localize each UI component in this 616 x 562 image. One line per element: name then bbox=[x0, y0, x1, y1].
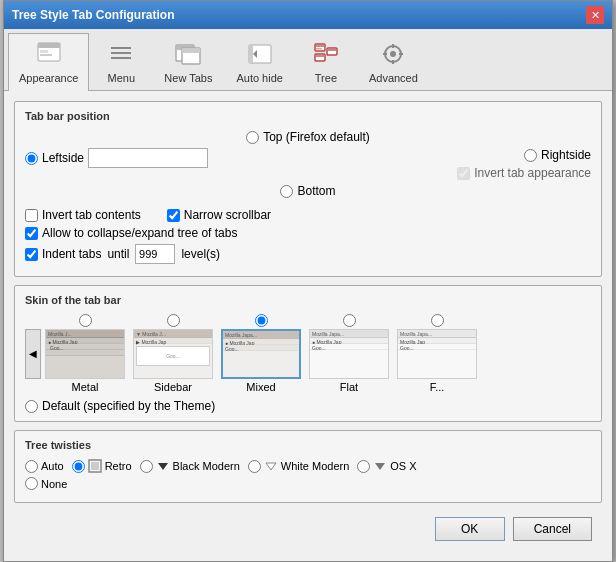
twisty-none-radio[interactable] bbox=[25, 477, 38, 490]
narrow-scrollbar-text: Narrow scrollbar bbox=[184, 208, 271, 222]
skin-f-radio[interactable] bbox=[431, 314, 444, 327]
skin-mixed-thumb: Mozilla Japa... ● Mozilla Jap Goo... bbox=[221, 329, 301, 379]
twisty-white-modern-radio[interactable] bbox=[248, 460, 261, 473]
content-area: Tab bar position Top (Firefox default) L… bbox=[4, 91, 612, 561]
svg-rect-26 bbox=[383, 53, 387, 55]
left-position-col: Leftside bbox=[25, 148, 208, 168]
appearance-icon bbox=[33, 38, 65, 70]
tab-advanced-label: Advanced bbox=[369, 72, 418, 84]
twisty-auto-radio[interactable] bbox=[25, 460, 38, 473]
rightside-radio[interactable] bbox=[524, 149, 537, 162]
skin-mixed-radio[interactable] bbox=[255, 314, 268, 327]
twisties-row2: None bbox=[25, 477, 591, 490]
rightside-radio-text: Rightside bbox=[541, 148, 591, 162]
skin-items-list: Mozilla J... ● Mozilla Jap Goo... Metal bbox=[45, 314, 591, 393]
twisties-row1: Auto Retro Black Modern White Modern bbox=[25, 459, 591, 473]
top-radio[interactable] bbox=[246, 131, 259, 144]
skin-item-metal: Mozilla J... ● Mozilla Jap Goo... Metal bbox=[45, 314, 125, 393]
svg-rect-6 bbox=[111, 57, 131, 59]
skin-flat-radio[interactable] bbox=[343, 314, 356, 327]
tab-bar-position-section: Tab bar position Top (Firefox default) L… bbox=[14, 101, 602, 277]
twisties-section: Tree twisties Auto Retro Black Modern bbox=[14, 430, 602, 503]
leftside-radio[interactable] bbox=[25, 152, 38, 165]
dialog-title: Tree Style Tab Configuration bbox=[12, 8, 174, 22]
level-text: level(s) bbox=[181, 247, 220, 261]
skin-flat-thumb: Mozilla Japa... ● Mozilla Jap Goo... bbox=[309, 329, 389, 379]
tab-advanced[interactable]: Advanced bbox=[358, 33, 429, 90]
twisty-black-modern-radio[interactable] bbox=[140, 460, 153, 473]
indent-tabs-label: Indent tabs bbox=[25, 247, 101, 261]
advanced-icon bbox=[377, 38, 409, 70]
invert-tab-contents-text: Invert tab contents bbox=[42, 208, 141, 222]
twisty-retro-text: Retro bbox=[105, 460, 132, 472]
leftside-radio-label: Leftside bbox=[25, 148, 208, 168]
tab-new-tabs-label: New Tabs bbox=[164, 72, 212, 84]
invert-tab-appearance-checkbox[interactable] bbox=[457, 167, 470, 180]
bottom-radio[interactable] bbox=[280, 185, 293, 198]
svg-rect-27 bbox=[399, 53, 403, 55]
dialog: Tree Style Tab Configuration ✕ Appearanc… bbox=[3, 0, 613, 562]
twisty-none-text: None bbox=[41, 478, 67, 490]
narrow-scrollbar-checkbox[interactable] bbox=[167, 209, 180, 222]
bottom-position-row: Bottom bbox=[25, 184, 591, 198]
skin-metal-radio[interactable] bbox=[79, 314, 92, 327]
allow-collapse-label: Allow to collapse/expand tree of tabs bbox=[25, 226, 237, 240]
tab-auto-hide[interactable]: Auto hide bbox=[225, 33, 293, 90]
svg-rect-29 bbox=[91, 462, 99, 470]
svg-rect-16 bbox=[316, 48, 322, 50]
skin-item-sidebar: ▼ Mozilla J... ▶ Mozilla Jap Goo... Side… bbox=[133, 314, 213, 393]
tabs-bar: Appearance Menu New Tabs bbox=[4, 29, 612, 91]
skin-f-radio-row bbox=[431, 314, 444, 327]
invert-tab-appearance-label: Invert tab appearance bbox=[457, 166, 591, 180]
allow-collapse-checkbox[interactable] bbox=[25, 227, 38, 240]
indent-value-input[interactable] bbox=[135, 244, 175, 264]
skin-metal-label: Metal bbox=[72, 381, 99, 393]
svg-rect-20 bbox=[328, 49, 336, 51]
tab-new-tabs[interactable]: New Tabs bbox=[153, 33, 223, 90]
ok-button[interactable]: OK bbox=[435, 517, 505, 541]
twisty-black-modern-label: Black Modern bbox=[140, 459, 240, 473]
skin-f-thumb: Mozilla Japa... Mozilla Jap Goo... bbox=[397, 329, 477, 379]
bottom-radio-text: Bottom bbox=[297, 184, 335, 198]
narrow-scrollbar-label: Narrow scrollbar bbox=[167, 208, 271, 222]
leftside-input[interactable] bbox=[88, 148, 208, 168]
twisty-white-modern-text: White Modern bbox=[281, 460, 349, 472]
skin-sidebar-label: Sidebar bbox=[154, 381, 192, 393]
invert-tab-contents-label: Invert tab contents bbox=[25, 208, 141, 222]
cancel-button[interactable]: Cancel bbox=[513, 517, 592, 541]
default-theme-label: Default (specified by the Theme) bbox=[25, 399, 591, 413]
twisties-title: Tree twisties bbox=[25, 439, 591, 451]
close-button[interactable]: ✕ bbox=[586, 6, 604, 24]
new-tabs-icon bbox=[172, 38, 204, 70]
tab-menu[interactable]: Menu bbox=[91, 33, 151, 90]
osx-icon bbox=[373, 459, 387, 473]
svg-rect-4 bbox=[111, 47, 131, 49]
title-bar: Tree Style Tab Configuration ✕ bbox=[4, 1, 612, 29]
twisty-none-label: None bbox=[25, 477, 67, 490]
tab-tree[interactable]: Tree bbox=[296, 33, 356, 90]
twisty-osx-radio[interactable] bbox=[357, 460, 370, 473]
bottom-buttons: OK Cancel bbox=[14, 511, 602, 551]
tab-tree-label: Tree bbox=[315, 72, 337, 84]
twisty-retro-radio[interactable] bbox=[72, 460, 85, 473]
svg-rect-15 bbox=[316, 45, 324, 47]
default-theme-radio[interactable] bbox=[25, 400, 38, 413]
skin-section: Skin of the tab bar ◀ Mozilla J... ● Moz… bbox=[14, 285, 602, 422]
top-radio-label: Top (Firefox default) bbox=[246, 130, 370, 144]
tab-menu-label: Menu bbox=[108, 72, 136, 84]
skin-item-mixed: Mozilla Japa... ● Mozilla Jap Goo... Mix… bbox=[221, 314, 301, 393]
indent-tabs-checkbox[interactable] bbox=[25, 248, 38, 261]
skin-metal-thumb: Mozilla J... ● Mozilla Jap Goo... bbox=[45, 329, 125, 379]
svg-rect-18 bbox=[316, 55, 324, 57]
invert-tab-contents-checkbox[interactable] bbox=[25, 209, 38, 222]
top-radio-text: Top (Firefox default) bbox=[263, 130, 370, 144]
twisty-retro-label: Retro bbox=[72, 459, 132, 473]
top-position-row: Top (Firefox default) bbox=[25, 130, 591, 144]
skin-title: Skin of the tab bar bbox=[25, 294, 591, 306]
skin-sidebar-radio[interactable] bbox=[167, 314, 180, 327]
skin-scroll-left[interactable]: ◀ bbox=[25, 329, 41, 379]
svg-rect-5 bbox=[111, 52, 131, 54]
skin-f-label: F... bbox=[430, 381, 445, 393]
tab-appearance[interactable]: Appearance bbox=[8, 33, 89, 91]
indent-tabs-row: Indent tabs until level(s) bbox=[25, 244, 591, 264]
